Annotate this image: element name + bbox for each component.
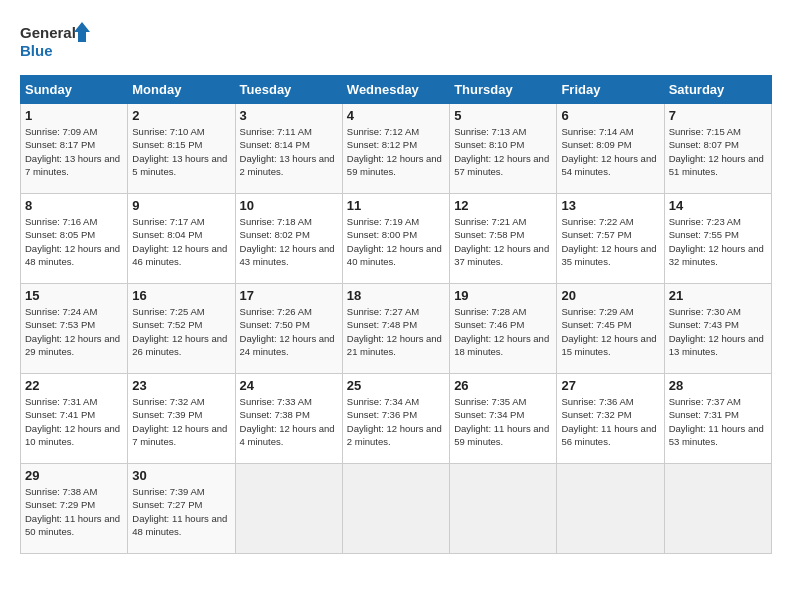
week-row-1: 1Sunrise: 7:09 AMSunset: 8:17 PMDaylight… — [21, 104, 772, 194]
header-cell-monday: Monday — [128, 76, 235, 104]
day-number: 30 — [132, 468, 230, 483]
day-cell: 15Sunrise: 7:24 AMSunset: 7:53 PMDayligh… — [21, 284, 128, 374]
day-number: 24 — [240, 378, 338, 393]
header-cell-sunday: Sunday — [21, 76, 128, 104]
day-number: 25 — [347, 378, 445, 393]
logo: General Blue — [20, 20, 90, 65]
day-number: 5 — [454, 108, 552, 123]
day-info: Sunrise: 7:29 AMSunset: 7:45 PMDaylight:… — [561, 305, 659, 358]
day-cell: 17Sunrise: 7:26 AMSunset: 7:50 PMDayligh… — [235, 284, 342, 374]
day-info: Sunrise: 7:14 AMSunset: 8:09 PMDaylight:… — [561, 125, 659, 178]
day-number: 18 — [347, 288, 445, 303]
day-info: Sunrise: 7:25 AMSunset: 7:52 PMDaylight:… — [132, 305, 230, 358]
day-cell: 2Sunrise: 7:10 AMSunset: 8:15 PMDaylight… — [128, 104, 235, 194]
header: General Blue — [20, 20, 772, 65]
day-info: Sunrise: 7:38 AMSunset: 7:29 PMDaylight:… — [25, 485, 123, 538]
day-number: 4 — [347, 108, 445, 123]
day-info: Sunrise: 7:19 AMSunset: 8:00 PMDaylight:… — [347, 215, 445, 268]
day-number: 7 — [669, 108, 767, 123]
day-info: Sunrise: 7:30 AMSunset: 7:43 PMDaylight:… — [669, 305, 767, 358]
day-number: 14 — [669, 198, 767, 213]
day-info: Sunrise: 7:34 AMSunset: 7:36 PMDaylight:… — [347, 395, 445, 448]
day-info: Sunrise: 7:31 AMSunset: 7:41 PMDaylight:… — [25, 395, 123, 448]
day-info: Sunrise: 7:09 AMSunset: 8:17 PMDaylight:… — [25, 125, 123, 178]
week-row-5: 29Sunrise: 7:38 AMSunset: 7:29 PMDayligh… — [21, 464, 772, 554]
header-row: SundayMondayTuesdayWednesdayThursdayFrid… — [21, 76, 772, 104]
day-cell — [342, 464, 449, 554]
day-cell: 26Sunrise: 7:35 AMSunset: 7:34 PMDayligh… — [450, 374, 557, 464]
week-row-4: 22Sunrise: 7:31 AMSunset: 7:41 PMDayligh… — [21, 374, 772, 464]
day-cell: 4Sunrise: 7:12 AMSunset: 8:12 PMDaylight… — [342, 104, 449, 194]
day-cell: 12Sunrise: 7:21 AMSunset: 7:58 PMDayligh… — [450, 194, 557, 284]
day-number: 1 — [25, 108, 123, 123]
day-cell: 16Sunrise: 7:25 AMSunset: 7:52 PMDayligh… — [128, 284, 235, 374]
day-cell — [557, 464, 664, 554]
day-number: 26 — [454, 378, 552, 393]
day-info: Sunrise: 7:11 AMSunset: 8:14 PMDaylight:… — [240, 125, 338, 178]
day-cell: 21Sunrise: 7:30 AMSunset: 7:43 PMDayligh… — [664, 284, 771, 374]
day-cell: 22Sunrise: 7:31 AMSunset: 7:41 PMDayligh… — [21, 374, 128, 464]
day-number: 16 — [132, 288, 230, 303]
day-cell: 8Sunrise: 7:16 AMSunset: 8:05 PMDaylight… — [21, 194, 128, 284]
day-number: 11 — [347, 198, 445, 213]
day-number: 23 — [132, 378, 230, 393]
day-number: 8 — [25, 198, 123, 213]
day-cell: 6Sunrise: 7:14 AMSunset: 8:09 PMDaylight… — [557, 104, 664, 194]
calendar-table: SundayMondayTuesdayWednesdayThursdayFrid… — [20, 75, 772, 554]
day-cell — [664, 464, 771, 554]
day-cell: 24Sunrise: 7:33 AMSunset: 7:38 PMDayligh… — [235, 374, 342, 464]
day-cell: 25Sunrise: 7:34 AMSunset: 7:36 PMDayligh… — [342, 374, 449, 464]
header-cell-wednesday: Wednesday — [342, 76, 449, 104]
day-info: Sunrise: 7:32 AMSunset: 7:39 PMDaylight:… — [132, 395, 230, 448]
day-info: Sunrise: 7:36 AMSunset: 7:32 PMDaylight:… — [561, 395, 659, 448]
day-info: Sunrise: 7:18 AMSunset: 8:02 PMDaylight:… — [240, 215, 338, 268]
day-number: 22 — [25, 378, 123, 393]
day-info: Sunrise: 7:23 AMSunset: 7:55 PMDaylight:… — [669, 215, 767, 268]
day-cell: 5Sunrise: 7:13 AMSunset: 8:10 PMDaylight… — [450, 104, 557, 194]
day-cell: 19Sunrise: 7:28 AMSunset: 7:46 PMDayligh… — [450, 284, 557, 374]
day-cell: 20Sunrise: 7:29 AMSunset: 7:45 PMDayligh… — [557, 284, 664, 374]
week-row-2: 8Sunrise: 7:16 AMSunset: 8:05 PMDaylight… — [21, 194, 772, 284]
day-info: Sunrise: 7:15 AMSunset: 8:07 PMDaylight:… — [669, 125, 767, 178]
day-number: 27 — [561, 378, 659, 393]
day-cell: 28Sunrise: 7:37 AMSunset: 7:31 PMDayligh… — [664, 374, 771, 464]
day-info: Sunrise: 7:21 AMSunset: 7:58 PMDaylight:… — [454, 215, 552, 268]
day-cell: 1Sunrise: 7:09 AMSunset: 8:17 PMDaylight… — [21, 104, 128, 194]
day-info: Sunrise: 7:12 AMSunset: 8:12 PMDaylight:… — [347, 125, 445, 178]
day-cell: 11Sunrise: 7:19 AMSunset: 8:00 PMDayligh… — [342, 194, 449, 284]
day-number: 28 — [669, 378, 767, 393]
day-info: Sunrise: 7:37 AMSunset: 7:31 PMDaylight:… — [669, 395, 767, 448]
day-number: 15 — [25, 288, 123, 303]
day-info: Sunrise: 7:39 AMSunset: 7:27 PMDaylight:… — [132, 485, 230, 538]
day-cell: 27Sunrise: 7:36 AMSunset: 7:32 PMDayligh… — [557, 374, 664, 464]
svg-text:General: General — [20, 24, 76, 41]
svg-text:Blue: Blue — [20, 42, 53, 59]
day-cell — [450, 464, 557, 554]
svg-marker-2 — [74, 22, 90, 42]
day-info: Sunrise: 7:28 AMSunset: 7:46 PMDaylight:… — [454, 305, 552, 358]
day-cell: 9Sunrise: 7:17 AMSunset: 8:04 PMDaylight… — [128, 194, 235, 284]
day-cell: 18Sunrise: 7:27 AMSunset: 7:48 PMDayligh… — [342, 284, 449, 374]
day-cell: 14Sunrise: 7:23 AMSunset: 7:55 PMDayligh… — [664, 194, 771, 284]
day-number: 13 — [561, 198, 659, 213]
logo-icon: General Blue — [20, 20, 90, 65]
day-number: 19 — [454, 288, 552, 303]
day-number: 21 — [669, 288, 767, 303]
day-cell: 30Sunrise: 7:39 AMSunset: 7:27 PMDayligh… — [128, 464, 235, 554]
day-number: 20 — [561, 288, 659, 303]
day-number: 10 — [240, 198, 338, 213]
day-number: 6 — [561, 108, 659, 123]
week-row-3: 15Sunrise: 7:24 AMSunset: 7:53 PMDayligh… — [21, 284, 772, 374]
day-info: Sunrise: 7:17 AMSunset: 8:04 PMDaylight:… — [132, 215, 230, 268]
day-cell: 23Sunrise: 7:32 AMSunset: 7:39 PMDayligh… — [128, 374, 235, 464]
day-number: 29 — [25, 468, 123, 483]
day-cell: 7Sunrise: 7:15 AMSunset: 8:07 PMDaylight… — [664, 104, 771, 194]
day-info: Sunrise: 7:35 AMSunset: 7:34 PMDaylight:… — [454, 395, 552, 448]
header-cell-friday: Friday — [557, 76, 664, 104]
day-info: Sunrise: 7:24 AMSunset: 7:53 PMDaylight:… — [25, 305, 123, 358]
header-cell-thursday: Thursday — [450, 76, 557, 104]
day-cell: 3Sunrise: 7:11 AMSunset: 8:14 PMDaylight… — [235, 104, 342, 194]
header-cell-tuesday: Tuesday — [235, 76, 342, 104]
day-info: Sunrise: 7:16 AMSunset: 8:05 PMDaylight:… — [25, 215, 123, 268]
day-info: Sunrise: 7:22 AMSunset: 7:57 PMDaylight:… — [561, 215, 659, 268]
